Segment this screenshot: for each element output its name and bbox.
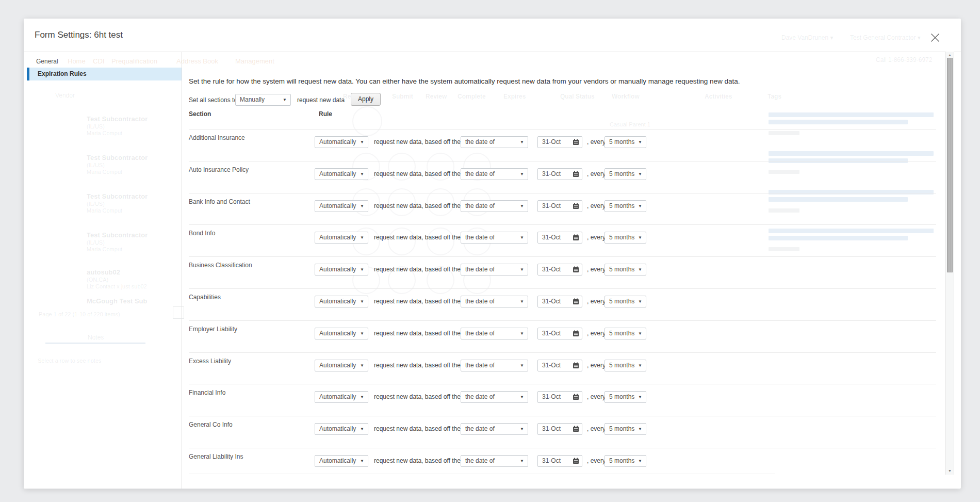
date-input[interactable]: 31-Oct	[537, 168, 582, 180]
chevron-down-icon: ▼	[638, 232, 642, 243]
chevron-down-icon: ▼	[638, 169, 642, 180]
calendar-icon	[573, 330, 579, 337]
every-text: , every	[587, 138, 606, 145]
interval-select[interactable]: 5 months ▼	[605, 328, 646, 339]
chevron-down-icon: ▼	[520, 456, 524, 466]
chevron-down-icon: ▼	[638, 456, 642, 466]
chevron-down-icon: ▼	[360, 424, 364, 434]
interval-select[interactable]: 5 months ▼	[605, 264, 646, 276]
mode-select[interactable]: Automatically ▼	[315, 136, 368, 148]
set-all-select[interactable]: Manually ▼	[235, 94, 291, 106]
basis-select[interactable]: the date of ▼	[461, 296, 528, 307]
date-input[interactable]: 31-Oct	[537, 360, 582, 371]
modal-title: Form Settings: 6ht test	[35, 30, 123, 40]
basis-select[interactable]: the date of ▼	[461, 360, 528, 371]
date-input[interactable]: 31-Oct	[537, 200, 582, 212]
chevron-down-icon: ▼	[360, 201, 364, 212]
sidebar-item-general[interactable]: General	[36, 58, 58, 65]
date-input[interactable]: 31-Oct	[537, 232, 582, 244]
basis-select[interactable]: the date of ▼	[461, 423, 528, 435]
basis-select[interactable]: the date of ▼	[461, 168, 528, 180]
mode-select[interactable]: Automatically ▼	[315, 200, 368, 212]
chevron-down-icon: ▼	[638, 296, 642, 307]
every-text: , every	[587, 330, 606, 337]
rule-text: request new data, based off the	[374, 138, 461, 145]
interval-select[interactable]: 5 months ▼	[605, 232, 646, 244]
basis-select[interactable]: the date of ▼	[461, 264, 528, 276]
date-input[interactable]: 31-Oct	[537, 455, 582, 467]
interval-select[interactable]: 5 months ▼	[605, 136, 646, 148]
mode-select-value: Automatically	[319, 202, 356, 209]
chevron-down-icon: ▼	[360, 137, 364, 148]
interval-select-value: 5 months	[609, 362, 634, 369]
mode-select[interactable]: Automatically ▼	[315, 360, 368, 371]
mode-select[interactable]: Automatically ▼	[315, 264, 368, 276]
mode-select[interactable]: Automatically ▼	[315, 296, 368, 307]
interval-select[interactable]: 5 months ▼	[605, 200, 646, 212]
mode-select-value: Automatically	[319, 362, 356, 369]
rule-text: request new data, based off the	[374, 393, 461, 400]
rule-text: request new data, based off the	[374, 298, 461, 305]
interval-select-value: 5 months	[609, 138, 634, 145]
interval-select[interactable]: 5 months ▼	[605, 296, 646, 307]
basis-select-value: the date of	[465, 393, 495, 400]
calendar-icon	[573, 394, 579, 400]
mode-select[interactable]: Automatically ▼	[315, 232, 368, 244]
mode-select[interactable]: Automatically ▼	[315, 455, 368, 467]
chevron-down-icon: ▼	[360, 232, 364, 243]
chevron-down-icon: ▼	[638, 392, 642, 402]
interval-select[interactable]: 5 months ▼	[605, 360, 646, 371]
rule-row: General Liability Ins Automatically ▼ re…	[189, 448, 936, 480]
mode-select[interactable]: Automatically ▼	[315, 328, 368, 339]
scrollbar-down-icon[interactable]: ▼	[945, 467, 954, 475]
basis-select[interactable]: the date of ▼	[461, 391, 528, 403]
chevron-down-icon: ▼	[638, 424, 642, 434]
basis-select-value: the date of	[465, 234, 495, 241]
calendar-icon	[573, 362, 579, 369]
basis-select-value: the date of	[465, 170, 495, 177]
mode-select-value: Automatically	[319, 266, 356, 273]
mode-select[interactable]: Automatically ▼	[315, 391, 368, 403]
date-value: 31-Oct	[542, 266, 561, 273]
chevron-down-icon: ▼	[638, 264, 642, 275]
date-input[interactable]: 31-Oct	[537, 264, 582, 276]
mode-select-value: Automatically	[319, 457, 356, 464]
chevron-down-icon: ▼	[520, 424, 524, 434]
basis-select[interactable]: the date of ▼	[461, 232, 528, 244]
close-icon	[930, 33, 940, 43]
basis-select[interactable]: the date of ▼	[461, 328, 528, 339]
interval-select[interactable]: 5 months ▼	[605, 423, 646, 435]
section-label: Bank Info and Contact	[189, 198, 250, 205]
date-input[interactable]: 31-Oct	[537, 391, 582, 403]
date-value: 31-Oct	[542, 393, 561, 400]
date-value: 31-Oct	[542, 138, 561, 145]
date-input[interactable]: 31-Oct	[537, 328, 582, 339]
section-label: General Co Info	[189, 421, 233, 428]
scrollbar-thumb[interactable]	[947, 58, 953, 272]
basis-select[interactable]: the date of ▼	[461, 200, 528, 212]
sidebar-divider	[182, 52, 182, 489]
section-label: Financial Info	[189, 389, 225, 396]
chevron-down-icon: ▼	[520, 137, 524, 148]
basis-select[interactable]: the date of ▼	[461, 136, 528, 148]
mode-select[interactable]: Automatically ▼	[315, 168, 368, 180]
close-button[interactable]	[928, 30, 942, 45]
date-input[interactable]: 31-Oct	[537, 296, 582, 307]
date-value: 31-Oct	[542, 425, 561, 432]
section-label: General Liability Ins	[189, 453, 243, 460]
apply-button[interactable]: Apply	[351, 93, 381, 106]
interval-select[interactable]: 5 months ▼	[605, 168, 646, 180]
rule-text: request new data, based off the	[374, 457, 461, 464]
basis-select-value: the date of	[465, 138, 495, 145]
mode-select[interactable]: Automatically ▼	[315, 423, 368, 435]
date-input[interactable]: 31-Oct	[537, 423, 582, 435]
basis-select[interactable]: the date of ▼	[461, 455, 528, 467]
every-text: , every	[587, 266, 606, 273]
interval-select[interactable]: 5 months ▼	[605, 455, 646, 467]
sidebar-item-expiration-rules[interactable]: Expiration Rules	[29, 68, 182, 80]
basis-select-value: the date of	[465, 202, 495, 209]
mode-select-value: Automatically	[319, 425, 356, 432]
date-input[interactable]: 31-Oct	[537, 136, 582, 148]
mode-select-value: Automatically	[319, 234, 356, 241]
interval-select[interactable]: 5 months ▼	[605, 391, 646, 403]
